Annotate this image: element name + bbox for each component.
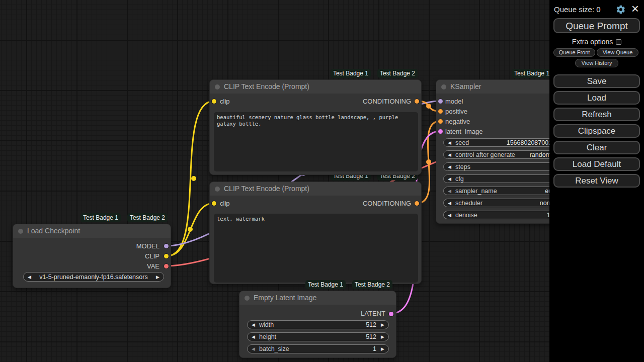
node-clip-text-encode-positive[interactable]: Test Badge 1 Test Badge 2 CLIP Text Enco… [209,79,422,175]
clipspace-button[interactable]: Clipspace [553,124,640,138]
queue-prompt-button[interactable]: Queue Prompt [553,18,640,33]
increment-arrow-icon[interactable]: ▶ [156,274,159,279]
widget-value[interactable]: 1 [373,345,376,352]
width-widget[interactable]: ◀ width 512 ▶ [247,320,389,329]
collapse-dot-icon[interactable] [18,229,23,234]
decrement-arrow-icon[interactable]: ◀ [448,212,451,217]
decrement-arrow-icon[interactable]: ◀ [252,334,255,339]
view-history-button[interactable]: View History [575,59,618,67]
view-queue-button[interactable]: View Queue [597,48,638,57]
input-label-model: model [445,98,463,105]
latent-output-port[interactable] [389,312,393,316]
widget-value[interactable]: 512 [366,333,376,340]
negative-input-port[interactable] [438,119,443,124]
increment-arrow-icon[interactable]: ▶ [381,322,384,327]
clip-output-port[interactable] [164,254,169,258]
decrement-arrow-icon[interactable]: ◀ [448,176,451,181]
wire-clip-to-positive-prompt [167,101,214,256]
link-midpoint-dot [426,104,431,109]
settings-gear-icon[interactable] [616,5,626,15]
clip-input-port[interactable] [212,201,216,206]
input-label-positive: positive [445,108,467,115]
prompt-textarea[interactable]: beautiful scenery nature glass bottle la… [214,112,418,171]
decrement-arrow-icon[interactable]: ◀ [448,164,451,169]
node-badge: Test Badge 2 [127,213,168,222]
model-output-port[interactable] [164,244,169,248]
node-empty-latent-image[interactable]: Test Badge 1 Test Badge 2 Empty Latent I… [239,291,396,358]
decrement-arrow-icon[interactable]: ◀ [448,152,451,157]
output-label-conditioning: CONDITIONING [363,98,411,105]
node-badge: Test Badge 1 [305,280,346,289]
node-header[interactable]: Empty Latent Image [239,291,396,305]
widget-name: width [259,321,274,328]
queue-menu-panel: Queue size: 0 × Queue Prompt Extra optio… [549,0,644,362]
node-badge: Test Badge 2 [377,69,418,78]
prompt-textarea[interactable]: text, watermark [214,214,418,283]
model-input-port[interactable] [438,99,443,104]
widget-name: cfg [455,175,464,183]
conditioning-output-port[interactable] [415,201,419,206]
conditioning-output-port[interactable] [415,99,419,104]
node-load-checkpoint[interactable]: Test Badge 1 Test Badge 2 Load Checkpoin… [13,224,171,288]
node-title: Load Checkpoint [27,227,80,235]
decrement-arrow-icon[interactable]: ◀ [448,200,451,205]
link-midpoint-dot [191,176,196,181]
node-title: KSampler [450,82,481,90]
node-graph-canvas[interactable]: Test Badge 1 Test Badge 2 CLIP Text Enco… [0,0,644,362]
input-label-latent-image: latent_image [445,128,482,135]
decrement-arrow-icon[interactable]: ◀ [448,140,451,145]
widget-name: denoise [455,212,477,219]
decrement-arrow-icon[interactable]: ◀ [252,346,255,351]
node-clip-text-encode-negative[interactable]: Test Badge 1 Test Badge 2 CLIP Text Enco… [209,182,422,284]
widget-name: seed [455,139,469,146]
output-label-conditioning: CONDITIONING [363,200,411,207]
widget-name: control after generate [455,151,515,158]
widget-name: batch_size [259,345,289,352]
collapse-dot-icon[interactable] [215,187,220,192]
decrement-arrow-icon[interactable]: ◀ [252,322,255,327]
extra-options-label: Extra options [572,38,613,46]
height-widget[interactable]: ◀ height 512 ▶ [247,332,389,341]
collapse-dot-icon[interactable] [215,84,220,89]
collapse-dot-icon[interactable] [245,296,250,301]
link-midpoint-dot [426,159,431,164]
increment-arrow-icon[interactable]: ▶ [381,346,384,351]
clear-button[interactable]: Clear [553,141,640,154]
link-midpoint-dot [188,227,193,232]
queue-size-label: Queue size: 0 [554,5,601,14]
output-label-model: MODEL [136,242,159,250]
refresh-button[interactable]: Refresh [553,108,640,121]
close-icon[interactable]: × [631,1,639,17]
ckpt-name-widget[interactable]: ◀ v1-5-pruned-emaonly-fp16.safetensors ▶ [23,272,164,282]
node-title: CLIP Text Encode (Prompt) [224,82,309,90]
ckpt-name-value[interactable]: v1-5-pruned-emaonly-fp16.safetensors [34,274,153,281]
node-header[interactable]: CLIP Text Encode (Prompt) [210,80,421,94]
node-header[interactable]: CLIP Text Encode (Prompt) [210,182,421,196]
node-badges: Test Badge 1 Test Badge 2 [210,69,418,78]
latent-image-input-port[interactable] [438,129,443,134]
queue-front-button[interactable]: Queue Front [553,48,595,57]
decrement-arrow-icon[interactable]: ◀ [448,188,451,193]
positive-input-port[interactable] [438,109,443,114]
widget-name: sampler_name [455,188,497,195]
extra-options-checkbox[interactable] [616,39,621,45]
reset-view-button[interactable]: Reset View [553,174,640,188]
decrement-arrow-icon[interactable]: ◀ [28,274,31,279]
load-default-button[interactable]: Load Default [553,157,640,171]
batch-size-widget[interactable]: ◀ batch_size 1 ▶ [247,344,389,353]
save-button[interactable]: Save [553,74,640,88]
input-label-clip: clip [220,98,230,105]
vae-output-port[interactable] [164,264,169,268]
widget-name: steps [455,163,470,170]
output-label-clip: CLIP [145,252,159,260]
node-title: Empty Latent Image [254,294,316,302]
widget-name: height [259,333,276,340]
increment-arrow-icon[interactable]: ▶ [381,334,384,339]
node-header[interactable]: Load Checkpoint [13,224,171,238]
node-badge: Test Badge 1 [331,69,371,78]
clip-input-port[interactable] [212,99,216,104]
load-button[interactable]: Load [553,91,640,105]
widget-value[interactable]: 512 [366,321,376,328]
node-badge: Test Badge 1 [512,69,552,78]
collapse-dot-icon[interactable] [441,84,446,89]
